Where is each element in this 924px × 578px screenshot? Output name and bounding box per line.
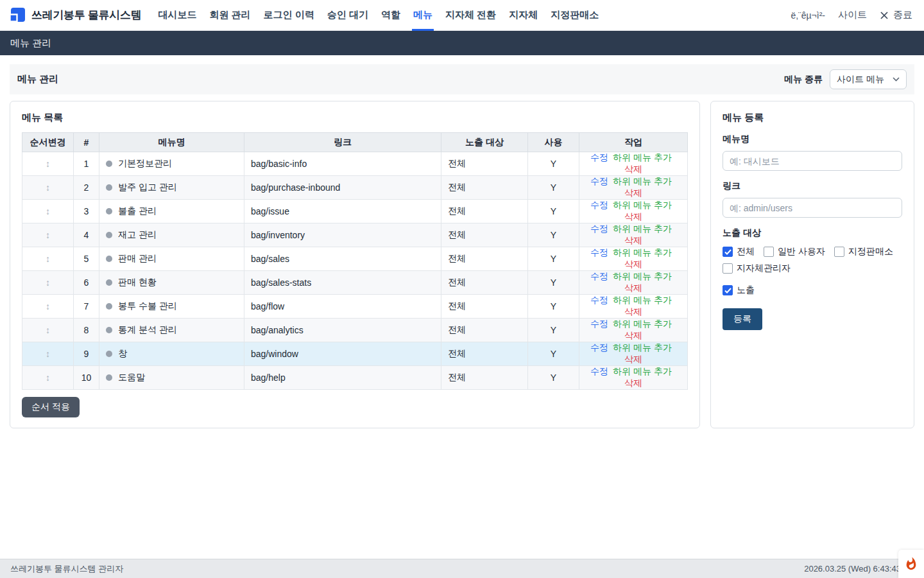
target-cell: 전체 [441,152,528,176]
drag-handle-icon[interactable]: ↕ [46,206,50,216]
delete-link[interactable]: 삭제 [624,235,642,245]
checkbox-unchecked-icon[interactable] [764,247,774,257]
edit-link[interactable]: 수정 [590,295,608,305]
checkbox-전체[interactable]: 전체 [723,246,755,258]
add-submenu-link[interactable]: 하위 메뉴 추가 [613,223,672,234]
drag-handle-icon[interactable]: ↕ [46,254,50,264]
target-cell: 전체 [441,247,528,271]
menu-name-input[interactable] [723,151,902,171]
nav-item-역할[interactable]: 역할 [375,0,407,31]
menu-list-panel: 메뉴 목록 순서변경#메뉴명링크노출 대상사용작업 ↕1기본정보관리bag/ba… [10,101,700,428]
add-submenu-link[interactable]: 하위 메뉴 추가 [613,271,672,281]
checkbox-checked-icon[interactable] [723,247,733,257]
delete-link[interactable]: 삭제 [624,354,642,364]
delete-link[interactable]: 삭제 [624,330,642,340]
column-header: 메뉴명 [99,133,244,152]
edit-link[interactable]: 수정 [590,366,608,376]
actions-cell: 수정하위 메뉴 추가삭제 [579,295,688,319]
actions-cell: 수정하위 메뉴 추가삭제 [579,247,688,271]
edit-link[interactable]: 수정 [590,247,608,258]
codeigniter-flame-icon[interactable] [898,550,924,578]
add-submenu-link[interactable]: 하위 메뉴 추가 [613,319,672,329]
menu-name-cell: 통계 분석 관리 [99,319,244,342]
menu-type-select[interactable]: 사이트 메뉴 [830,69,907,89]
delete-link[interactable]: 삭제 [624,211,642,222]
edit-link[interactable]: 수정 [590,271,608,281]
drag-handle-icon[interactable]: ↕ [46,349,50,359]
delete-link[interactable]: 삭제 [624,188,642,198]
drag-handle-icon[interactable]: ↕ [46,182,50,193]
delete-link[interactable]: 삭제 [624,164,642,174]
menu-name-cell: 발주 입고 관리 [99,176,244,200]
drag-handle-icon[interactable]: ↕ [46,159,50,169]
checkbox-checked-icon[interactable] [723,285,733,295]
drag-handle-icon[interactable]: ↕ [46,277,50,288]
delete-link[interactable]: 삭제 [624,259,642,269]
checkbox-노출[interactable]: 노출 [723,285,755,296]
use-cell: Y [528,152,579,176]
visible-checkbox-group: 노출 [723,285,902,296]
table-row: ↕8통계 분석 관리bag/analytics전체Y수정하위 메뉴 추가삭제 [22,319,688,342]
edit-link[interactable]: 수정 [590,200,608,210]
add-submenu-link[interactable]: 하위 메뉴 추가 [613,366,672,376]
menu-name-cell: 봉투 수불 관리 [99,295,244,319]
checkbox-unchecked-icon[interactable] [723,263,733,274]
edit-link[interactable]: 수정 [590,176,608,186]
menu-link-cell: bag/basic-info [244,152,441,176]
delete-link[interactable]: 삭제 [624,378,642,388]
drag-handle-icon[interactable]: ↕ [46,325,50,335]
menu-bullet-icon [106,303,112,310]
edit-link[interactable]: 수정 [590,223,608,234]
edit-link[interactable]: 수정 [590,152,608,162]
drag-handle-icon[interactable]: ↕ [46,301,50,311]
add-submenu-link[interactable]: 하위 메뉴 추가 [613,295,672,305]
drag-handle-icon[interactable]: ↕ [46,230,50,240]
table-row: ↕7봉투 수불 관리bag/flow전체Y수정하위 메뉴 추가삭제 [22,295,688,319]
nav-item-로그인 이력[interactable]: 로그인 이력 [257,0,321,31]
target-label: 노출 대상 [723,227,902,239]
menu-link-cell: bag/analytics [244,319,441,342]
add-submenu-link[interactable]: 하위 메뉴 추가 [613,247,672,258]
register-button[interactable]: 등록 [723,308,762,330]
edit-link[interactable]: 수정 [590,342,608,353]
nav-item-대시보드[interactable]: 대시보드 [151,0,203,31]
nav-item-지정판매소[interactable]: 지정판매소 [544,0,605,31]
menu-link-cell: bag/inventory [244,223,441,247]
apply-order-button[interactable]: 순서 적용 [22,397,80,417]
drag-handle-icon[interactable]: ↕ [46,372,50,383]
checkbox-지정판매소[interactable]: 지정판매소 [834,246,893,258]
menu-bullet-icon [106,327,112,333]
nav-item-지자체 전환[interactable]: 지자체 전환 [439,0,502,31]
logout-button[interactable]: 종료 [880,9,912,21]
add-submenu-link[interactable]: 하위 메뉴 추가 [613,200,672,210]
add-submenu-link[interactable]: 하위 메뉴 추가 [613,342,672,353]
menu-type-control: 메뉴 종류 사이트 메뉴 [784,69,907,89]
target-cell: 전체 [441,176,528,200]
checkbox-지자체관리자[interactable]: 지자체관리자 [723,263,791,274]
table-row: ↕5판매 관리bag/sales전체Y수정하위 메뉴 추가삭제 [22,247,688,271]
app-logo-icon [9,7,26,24]
menu-bullet-icon [106,208,112,215]
checkbox-label: 지자체관리자 [737,263,791,274]
site-link[interactable]: 사이트 [838,9,867,21]
add-submenu-link[interactable]: 하위 메뉴 추가 [613,152,672,162]
delete-link[interactable]: 삭제 [624,283,642,293]
row-number: 9 [74,342,99,366]
menu-link-input[interactable] [723,198,902,218]
nav-item-승인 대기[interactable]: 승인 대기 [321,0,375,31]
footer-datetime: 2026.03.25 (Wed) 6:43:43 [804,564,901,574]
menu-list-title: 메뉴 목록 [22,112,688,124]
checkbox-일반 사용자[interactable]: 일반 사용자 [764,246,825,258]
nav-item-지자체[interactable]: 지자체 [502,0,544,31]
nav-item-메뉴[interactable]: 메뉴 [407,0,439,31]
checkbox-unchecked-icon[interactable] [834,247,844,257]
row-number: 10 [74,366,99,390]
nav-item-회원 관리[interactable]: 회원 관리 [203,0,257,31]
target-cell: 전체 [441,342,528,366]
target-cell: 전체 [441,319,528,342]
actions-cell: 수정하위 메뉴 추가삭제 [579,319,688,342]
delete-link[interactable]: 삭제 [624,306,642,317]
edit-link[interactable]: 수정 [590,319,608,329]
actions-cell: 수정하위 메뉴 추가삭제 [579,200,688,223]
add-submenu-link[interactable]: 하위 메뉴 추가 [613,176,672,186]
